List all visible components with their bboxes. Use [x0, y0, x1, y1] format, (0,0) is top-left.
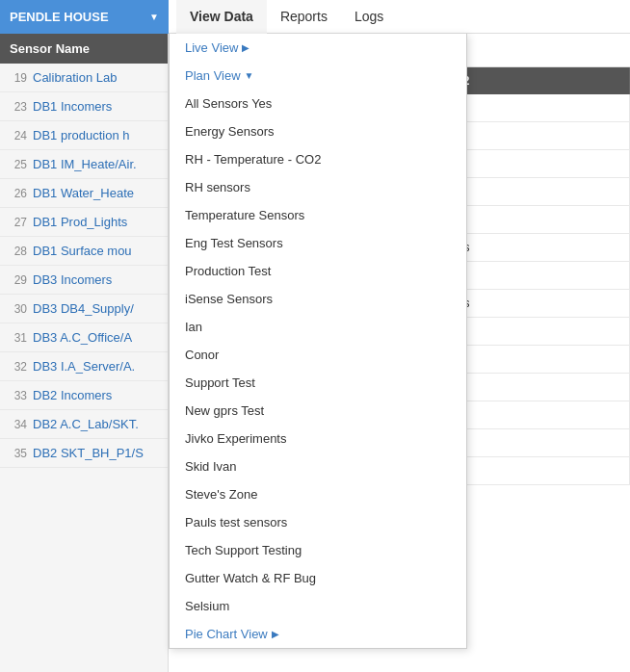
nav-links: View Data Reports Logs [169, 0, 397, 34]
row-sensor-name: DB1 IM_Heate/Air. [33, 157, 137, 171]
dropdown-item-isense[interactable]: iSense Sensors [170, 285, 466, 313]
sidebar-row[interactable]: 33 DB2 Incomers [0, 381, 168, 410]
row-number: 26 [6, 187, 27, 200]
dropdown-item-support-test[interactable]: Support Test [170, 369, 466, 397]
row-number: 19 [6, 71, 27, 85]
sidebar-row[interactable]: 25 DB1 IM_Heate/Air. [0, 150, 168, 179]
top-nav: PENDLE HOUSE ▼ View Data Reports Logs [0, 0, 630, 34]
row-number: 28 [6, 245, 27, 258]
nav-view-data[interactable]: View Data [176, 0, 267, 34]
row-sensor-name: DB2 A.C_Lab/SKT. [33, 417, 139, 431]
brand-label: PENDLE HOUSE [10, 10, 109, 24]
row-number: 25 [6, 158, 27, 171]
row-sensor-name: DB2 SKT_BH_P1/S [33, 446, 144, 460]
row-number: 35 [6, 447, 27, 460]
sidebar: Sensor Name 19 Calibration Lab 23 DB1 In… [0, 34, 169, 672]
dropdown-item-energy-sensors[interactable]: Energy Sensors [170, 117, 466, 145]
pie-chart-arrow-icon: ▶ [272, 629, 279, 639]
dropdown-item-production-test[interactable]: Production Test [170, 257, 466, 285]
row-sensor-name: DB1 Incomers [33, 99, 112, 114]
row-sensor-name: DB2 Incomers [33, 388, 112, 402]
sidebar-row[interactable]: 28 DB1 Surface mou [0, 237, 168, 266]
dropdown-plan-view[interactable]: Plan View ▼ [170, 62, 466, 90]
row-number: 31 [6, 331, 27, 345]
row-number: 33 [6, 389, 27, 402]
row-number: 29 [6, 273, 27, 287]
sidebar-row[interactable]: 26 DB1 Water_Heate [0, 179, 168, 208]
dropdown-item-gutter-watch[interactable]: Gutter Watch & RF Bug [170, 564, 466, 592]
row-number: 24 [6, 129, 27, 142]
row-sensor-name: DB1 Prod_Lights [33, 215, 127, 229]
dropdown-pie-chart-view[interactable]: Pie Chart View ▶ [170, 620, 466, 648]
row-number: 23 [6, 100, 27, 114]
dropdown-live-view[interactable]: Live View ▶ [170, 34, 466, 62]
dropdown-item-selsium[interactable]: Selsium [170, 592, 466, 620]
live-view-arrow-icon: ▶ [242, 42, 249, 53]
sidebar-row[interactable]: 30 DB3 DB4_Supply/ [0, 295, 168, 323]
sidebar-row[interactable]: 24 DB1 production h [0, 121, 168, 150]
sidebar-row[interactable]: 35 DB2 SKT_BH_P1/S [0, 439, 168, 468]
nav-reports[interactable]: Reports [267, 0, 341, 34]
sidebar-row[interactable]: 29 DB3 Incomers [0, 266, 168, 295]
row-sensor-name: DB3 Incomers [33, 272, 112, 287]
dropdown-item-temp-sensors[interactable]: Temperature Sensors [170, 201, 466, 229]
dropdown-item-steves-zone[interactable]: Steve's Zone [170, 480, 466, 508]
dropdown-item-eng-test[interactable]: Eng Test Sensors [170, 229, 466, 257]
brand-chevron-icon: ▼ [149, 12, 159, 22]
dropdown-item-skid-ivan[interactable]: Skid Ivan [170, 452, 466, 480]
sidebar-row[interactable]: 32 DB3 I.A_Server/A. [0, 352, 168, 381]
row-sensor-name: DB3 I.A_Server/A. [33, 359, 135, 374]
dropdown-item-tech-support[interactable]: Tech Support Testing [170, 536, 466, 564]
dropdown-item-rh-sensors[interactable]: RH sensors [170, 173, 466, 201]
dropdown-item-new-gprs[interactable]: New gprs Test [170, 397, 466, 425]
sidebar-row[interactable]: 27 DB1 Prod_Lights [0, 208, 168, 237]
sidebar-row[interactable]: 23 DB1 Incomers [0, 92, 168, 121]
sidebar-row[interactable]: 31 DB3 A.C_Office/A [0, 323, 168, 352]
dropdown-item-rh-temp-co2[interactable]: RH - Temperature - CO2 [170, 145, 466, 173]
sidebar-header: Sensor Name [0, 34, 168, 64]
row-sensor-name: DB1 Surface mou [33, 244, 132, 258]
row-sensor-name: DB3 DB4_Supply/ [33, 301, 134, 316]
row-sensor-name: DB1 production h [33, 128, 129, 142]
brand-button[interactable]: PENDLE HOUSE ▼ [0, 0, 169, 34]
row-number: 30 [6, 302, 27, 316]
row-number: 34 [6, 418, 27, 431]
dropdown-item-conor[interactable]: Conor [170, 341, 466, 369]
row-sensor-name: Calibration Lab [33, 70, 117, 85]
dropdown-item-all-sensors[interactable]: All Sensors Yes [170, 90, 466, 117]
dropdown-item-ian[interactable]: Ian [170, 313, 466, 341]
dropdown-menu: Live View ▶ Plan View ▼ All Sensors Yes … [169, 34, 467, 649]
row-number: 32 [6, 360, 27, 374]
plan-view-arrow-icon: ▼ [245, 70, 254, 81]
nav-logs[interactable]: Logs [341, 0, 397, 34]
row-number: 27 [6, 216, 27, 229]
row-sensor-name: DB1 Water_Heate [33, 186, 134, 200]
row-sensor-name: DB3 A.C_Office/A [33, 330, 132, 345]
sidebar-row[interactable]: 19 Calibration Lab [0, 64, 168, 92]
dropdown-item-jivko[interactable]: Jivko Experiments [170, 425, 466, 452]
sidebar-row[interactable]: 34 DB2 A.C_Lab/SKT. [0, 410, 168, 439]
dropdown-item-pauls-test[interactable]: Pauls test sensors [170, 508, 466, 536]
